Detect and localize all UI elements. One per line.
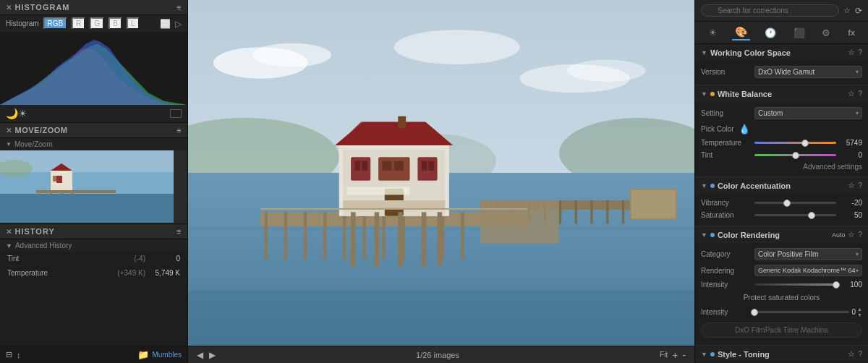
export-hist-icon[interactable]: ▷ bbox=[175, 19, 182, 29]
ca-header[interactable]: ▼ Color Accentuation ☆ ? bbox=[695, 177, 868, 194]
cr-rendering-row: Rendering Generic Kodak Kodachrome™ 64 ▾ bbox=[701, 262, 862, 278]
tab-advanced[interactable]: ⚙ bbox=[819, 26, 833, 40]
wb-setting-select[interactable]: Custom ▾ bbox=[754, 107, 862, 119]
wb-star[interactable]: ☆ bbox=[848, 89, 855, 98]
next-icon[interactable]: ▶ bbox=[209, 350, 216, 360]
zoom-fit[interactable]: Fit bbox=[660, 351, 668, 359]
wb-tint-row: Tint 0 bbox=[701, 149, 862, 161]
sync-icon[interactable]: ⟳ bbox=[855, 6, 862, 16]
svg-rect-32 bbox=[606, 200, 608, 224]
tab-detail[interactable]: 🕐 bbox=[762, 26, 779, 40]
histogram-title: HISTOGRAM bbox=[15, 3, 70, 12]
svg-rect-59 bbox=[417, 157, 437, 181]
moon-icon: 🌙 bbox=[6, 108, 18, 119]
wb-advanced-link[interactable]: Advanced settings bbox=[701, 161, 862, 172]
tab-fx[interactable]: fx bbox=[845, 27, 858, 38]
channel-l[interactable]: L bbox=[127, 17, 140, 30]
wcs-version-select[interactable]: DxO Wide Gamut ▾ bbox=[754, 66, 862, 78]
st-star[interactable]: ☆ bbox=[848, 349, 855, 359]
wb-tint-slider[interactable] bbox=[754, 154, 836, 156]
cr-intensity-thumb bbox=[833, 281, 840, 289]
folder-location[interactable]: 📁 Mumbles bbox=[137, 349, 182, 360]
working-color-space-header[interactable]: ▼ Working Color Space ☆ ? bbox=[695, 44, 868, 61]
movezoom-label-row: ▼ Move/Zoom bbox=[0, 138, 187, 150]
protect-intensity-slider[interactable] bbox=[754, 311, 849, 313]
tab-light[interactable]: ☀ bbox=[705, 25, 720, 40]
wb-info[interactable]: ? bbox=[858, 90, 862, 98]
protect-arrows[interactable]: ▲ ▼ bbox=[857, 307, 862, 317]
st-info[interactable]: ? bbox=[858, 350, 862, 358]
svg-rect-53 bbox=[351, 157, 370, 181]
cr-intensity-slider[interactable] bbox=[754, 283, 836, 286]
ca-vib-slider[interactable] bbox=[754, 202, 836, 204]
cr-icons: Auto ☆ ? bbox=[832, 230, 862, 239]
movezoom-label: Move/Zoom bbox=[14, 140, 53, 148]
prev-icon[interactable]: ◀ bbox=[197, 350, 203, 360]
wb-setting-val: Custom bbox=[758, 109, 856, 117]
protect-up[interactable]: ▲ bbox=[857, 307, 862, 312]
wcs-version-label: Version bbox=[701, 68, 752, 76]
cr-star[interactable]: ☆ bbox=[848, 230, 855, 239]
monitor-icon[interactable]: ⬜ bbox=[160, 19, 171, 29]
history-close[interactable]: ✕ bbox=[6, 228, 12, 236]
left-panel: ✕ HISTOGRAM ≡ Histogram RGB R G B L ⬜ ▷ bbox=[0, 0, 188, 363]
ca-info[interactable]: ? bbox=[858, 182, 862, 189]
ca-icons: ☆ ? bbox=[848, 181, 862, 190]
zoom-out[interactable]: - bbox=[682, 349, 686, 361]
svg-rect-40 bbox=[323, 212, 326, 259]
filmpack-btn[interactable]: DxO FilmPack Time Machine bbox=[701, 323, 862, 338]
cr-info[interactable]: ? bbox=[858, 231, 862, 239]
history-tint-name: Tint bbox=[7, 255, 128, 262]
histogram-footer: 🌙 ☀ bbox=[0, 105, 187, 122]
wcs-collapse: ▼ bbox=[701, 49, 707, 56]
protect-intensity-row: Intensity 0 ▲ ▼ bbox=[701, 304, 862, 320]
histogram-close[interactable]: ✕ bbox=[6, 4, 12, 12]
st-header[interactable]: ▼ Style - Toning ☆ ? bbox=[695, 346, 868, 362]
tab-geometry[interactable]: ⬛ bbox=[791, 26, 808, 40]
cr-rendering-select[interactable]: Generic Kodak Kodachrome™ 64 ▾ bbox=[754, 265, 862, 276]
zoom-in[interactable]: + bbox=[672, 349, 678, 361]
wb-temp-thumb bbox=[801, 140, 809, 147]
history-menu[interactable]: ≡ bbox=[176, 227, 182, 236]
channel-b[interactable]: B bbox=[109, 17, 122, 30]
st-collapse: ▼ bbox=[701, 351, 707, 358]
protect-down[interactable]: ▼ bbox=[857, 312, 862, 317]
ca-sat-slider[interactable] bbox=[754, 214, 836, 216]
cr-collapse: ▼ bbox=[701, 231, 707, 239]
movezoom-thumbnail[interactable] bbox=[0, 150, 187, 223]
channel-r[interactable]: R bbox=[72, 17, 85, 30]
movezoom-menu[interactable]: ≡ bbox=[176, 126, 182, 134]
wcs-info[interactable]: ? bbox=[858, 48, 862, 56]
st-dot bbox=[710, 352, 715, 356]
movezoom-collapse[interactable]: ▼ bbox=[6, 141, 12, 148]
wb-temp-slider[interactable] bbox=[754, 142, 836, 144]
movezoom-close[interactable]: ✕ bbox=[6, 127, 12, 134]
channel-rgb[interactable]: RGB bbox=[43, 17, 68, 30]
svg-rect-35 bbox=[631, 190, 676, 218]
protect-intensity-label: Intensity bbox=[701, 308, 752, 316]
wcs-version-row: Version DxO Wide Gamut ▾ bbox=[701, 64, 862, 80]
search-input[interactable] bbox=[701, 4, 839, 17]
svg-rect-66 bbox=[375, 212, 380, 267]
tab-color[interactable]: 🎨 bbox=[732, 25, 750, 40]
wb-eyedropper[interactable]: 💧 bbox=[739, 124, 750, 134]
wb-header[interactable]: ▼ White Balance ☆ ? bbox=[695, 85, 868, 102]
ca-vib-thumb bbox=[783, 200, 791, 207]
image-viewport[interactable] bbox=[188, 0, 694, 346]
ca-star[interactable]: ☆ bbox=[848, 181, 855, 190]
channel-g[interactable]: G bbox=[90, 17, 104, 30]
history-collapse[interactable]: ▼ bbox=[6, 242, 12, 249]
histogram-menu[interactable]: ≡ bbox=[176, 3, 182, 12]
history-row-temp[interactable]: Temperature (+349 K) 5,749 K bbox=[0, 266, 187, 281]
star-icon[interactable]: ☆ bbox=[843, 6, 851, 15]
sort-icon[interactable]: ↕ bbox=[17, 351, 21, 359]
cr-auto-badge: Auto bbox=[832, 231, 846, 239]
wcs-star[interactable]: ☆ bbox=[848, 48, 855, 57]
history-row-tint[interactable]: Tint (-4) 0 bbox=[0, 252, 187, 266]
cr-title: Color Rendering bbox=[718, 231, 829, 239]
svg-rect-72 bbox=[188, 291, 694, 346]
filter-icon[interactable]: ⊟ bbox=[6, 350, 12, 359]
cr-category-select[interactable]: Color Positive Film ▾ bbox=[754, 248, 862, 260]
cr-header[interactable]: ▼ Color Rendering Auto ☆ ? bbox=[695, 226, 868, 243]
wcs-title: Working Color Space bbox=[710, 48, 846, 57]
